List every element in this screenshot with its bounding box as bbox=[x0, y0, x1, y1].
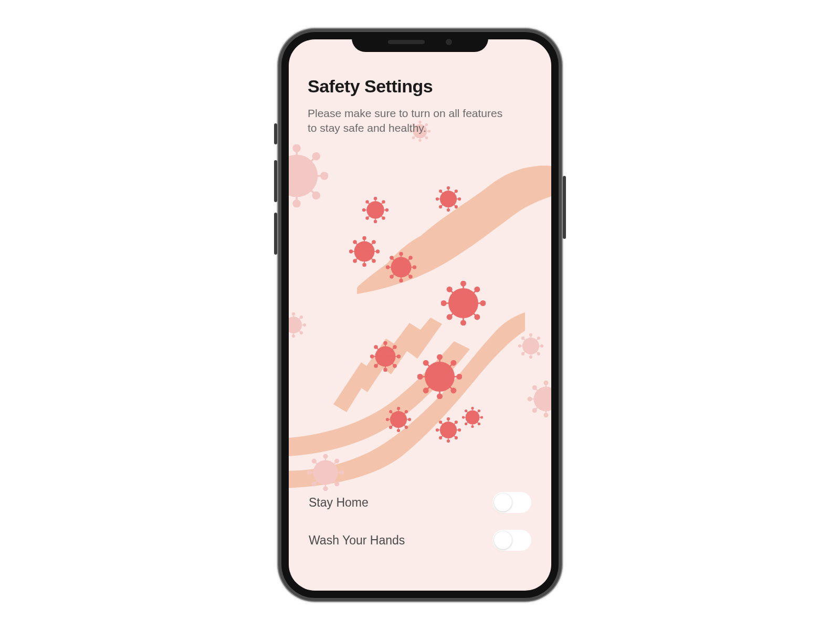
toggle-wash-hands[interactable] bbox=[492, 530, 531, 551]
virus-icon bbox=[436, 186, 461, 212]
toggle-stay-home[interactable] bbox=[492, 492, 531, 513]
hand-icon bbox=[357, 158, 551, 304]
setting-row-wash-hands: Wash Your Hands bbox=[309, 521, 531, 559]
virus-icon bbox=[528, 381, 551, 417]
settings-list: Stay Home Wash Your Hands bbox=[289, 484, 551, 559]
hand-icon bbox=[289, 312, 525, 491]
virus-icon bbox=[362, 197, 388, 223]
volume-down-button bbox=[274, 213, 277, 255]
page-subtitle: Please make sure to turn on all features… bbox=[308, 106, 507, 136]
toggle-knob bbox=[494, 494, 512, 511]
virus-icon bbox=[417, 354, 462, 399]
speaker-grille bbox=[388, 40, 425, 44]
power-button bbox=[563, 176, 566, 239]
volume-up-button bbox=[274, 160, 277, 202]
phone-notch bbox=[352, 32, 488, 52]
toggle-knob bbox=[494, 531, 512, 549]
phone-bezel: Safety Settings Please make sure to turn… bbox=[281, 32, 559, 598]
virus-icon bbox=[349, 236, 380, 267]
virus-icon bbox=[289, 144, 328, 207]
virus-icon bbox=[370, 341, 401, 372]
mute-switch bbox=[274, 123, 277, 144]
page-title: Safety Settings bbox=[308, 76, 532, 97]
virus-icon bbox=[436, 417, 461, 443]
front-camera bbox=[446, 39, 452, 45]
virus-icon bbox=[462, 407, 483, 428]
virus-icon bbox=[441, 281, 486, 326]
setting-label: Wash Your Hands bbox=[309, 533, 405, 548]
app-screen: Safety Settings Please make sure to turn… bbox=[289, 39, 551, 591]
setting-row-stay-home: Stay Home bbox=[309, 484, 531, 521]
virus-icon bbox=[386, 407, 411, 432]
virus-icon bbox=[518, 333, 543, 359]
virus-icon bbox=[289, 312, 306, 338]
setting-label: Stay Home bbox=[309, 496, 369, 510]
phone-frame: Safety Settings Please make sure to turn… bbox=[278, 29, 562, 601]
virus-icon bbox=[386, 252, 416, 282]
